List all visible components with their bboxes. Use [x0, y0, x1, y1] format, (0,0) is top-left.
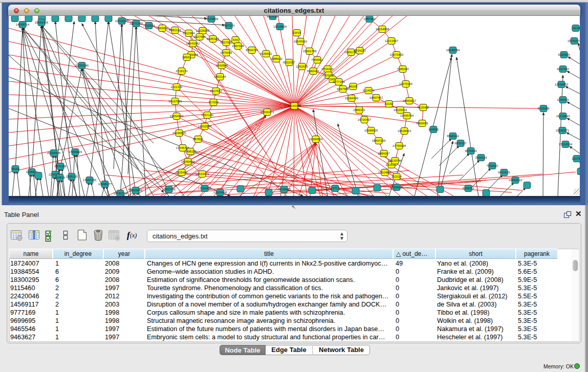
svg-text:1588520: 1588520 — [270, 57, 282, 60]
svg-text:9115400: 9115400 — [418, 106, 430, 109]
svg-text:9734023: 9734023 — [354, 49, 366, 52]
svg-text:1262615: 1262615 — [296, 65, 308, 68]
svg-text:7357274: 7357274 — [223, 24, 235, 27]
svg-text:3124574: 3124574 — [362, 89, 375, 92]
svg-text:3267130: 3267130 — [201, 114, 213, 117]
svg-text:9327502: 9327502 — [220, 41, 232, 44]
svg-text:9227343: 9227343 — [557, 68, 569, 71]
svg-text:13717: 13717 — [331, 187, 340, 190]
svg-text:17016504: 17016504 — [559, 143, 573, 146]
svg-text:2986372: 2986372 — [353, 108, 365, 112]
svg-text:8471676: 8471676 — [498, 171, 510, 174]
svg-text:(x): (x) — [130, 232, 137, 239]
svg-text:14353594: 14353594 — [198, 125, 212, 128]
svg-text:16782759: 16782759 — [114, 192, 127, 195]
svg-text:6899695: 6899695 — [416, 122, 428, 125]
svg-text:16640910: 16640910 — [294, 40, 308, 43]
svg-text:98961: 98961 — [183, 56, 191, 59]
svg-text:8938914: 8938914 — [447, 135, 459, 138]
svg-text:9734023: 9734023 — [321, 68, 334, 71]
svg-text:12975115: 12975115 — [399, 82, 413, 85]
svg-text:16543382: 16543382 — [186, 42, 200, 45]
svg-text:2984067: 2984067 — [378, 152, 390, 155]
svg-text:12093852: 12093852 — [555, 83, 569, 86]
svg-text:14055714: 14055714 — [16, 23, 30, 26]
svg-text:9245012: 9245012 — [462, 187, 474, 190]
svg-text:20691406: 20691406 — [35, 21, 49, 24]
svg-text:9674444: 9674444 — [465, 149, 477, 152]
svg-text:12213967: 12213967 — [385, 39, 399, 42]
svg-text:7663822: 7663822 — [156, 27, 168, 30]
svg-text:12923468: 12923468 — [213, 191, 227, 194]
svg-text:15300273: 15300273 — [260, 111, 274, 114]
svg-text:17240315: 17240315 — [288, 104, 301, 107]
svg-text:16099484: 16099484 — [181, 160, 195, 163]
svg-text:16210643: 16210643 — [556, 115, 570, 118]
svg-text:19654933: 19654933 — [170, 115, 184, 118]
svg-text:62160: 62160 — [385, 102, 394, 105]
svg-text:18807249: 18807249 — [372, 139, 386, 142]
svg-text:16107553: 16107553 — [168, 100, 182, 103]
svg-text:17756928: 17756928 — [393, 144, 406, 147]
svg-text:9327508: 9327508 — [193, 35, 206, 38]
svg-text:16463627: 16463627 — [403, 99, 417, 102]
svg-text:6879197: 6879197 — [454, 142, 467, 145]
svg-text:1498222: 1498222 — [184, 150, 197, 153]
svg-text:15751074: 15751074 — [568, 39, 580, 42]
svg-text:1244415: 1244415 — [557, 98, 569, 101]
svg-text:19545923: 19545923 — [398, 129, 411, 133]
svg-text:3875645: 3875645 — [220, 51, 232, 54]
svg-text:8322037: 8322037 — [283, 61, 295, 64]
svg-text:19857791: 19857791 — [162, 188, 176, 191]
svg-text:8427552: 8427552 — [210, 90, 222, 93]
svg-text:252214: 252214 — [391, 175, 402, 178]
svg-text:2967608: 2967608 — [232, 45, 244, 48]
svg-text:2718170: 2718170 — [176, 70, 188, 73]
svg-text:10025433: 10025433 — [394, 108, 407, 112]
svg-text:13226058: 13226058 — [196, 29, 210, 32]
svg-text:20206535: 20206535 — [47, 151, 61, 155]
svg-text:114519: 114519 — [55, 176, 65, 179]
svg-text:16120746: 16120746 — [388, 159, 402, 162]
svg-text:17164465: 17164465 — [198, 187, 212, 190]
svg-text:17359924: 17359924 — [69, 150, 82, 154]
svg-text:1221331: 1221331 — [170, 85, 183, 89]
svg-text:8813054: 8813054 — [267, 16, 279, 18]
svg-text:8912954: 8912954 — [183, 32, 195, 35]
svg-text:7955812: 7955812 — [311, 58, 323, 61]
svg-text:16033809: 16033809 — [205, 17, 219, 20]
svg-text:10688609: 10688609 — [364, 129, 378, 132]
svg-text:126753: 126753 — [572, 157, 580, 160]
svg-text:12923468: 12923468 — [129, 189, 143, 192]
svg-text:6497568: 6497568 — [337, 87, 349, 91]
svg-text:15720407: 15720407 — [358, 118, 372, 121]
svg-text:10807457: 10807457 — [369, 96, 383, 99]
svg-text:15671355: 15671355 — [129, 22, 143, 25]
svg-text:39161: 39161 — [11, 167, 20, 170]
svg-text:8454749: 8454749 — [246, 49, 258, 52]
svg-text:19384554: 19384554 — [309, 138, 323, 141]
svg-text:16961758: 16961758 — [303, 50, 317, 53]
svg-text:9329966: 9329966 — [558, 53, 570, 56]
svg-text:13524851: 13524851 — [378, 171, 392, 174]
svg-text:9777109: 9777109 — [333, 80, 345, 83]
svg-text:20053346: 20053346 — [75, 64, 89, 67]
svg-text:8960124: 8960124 — [169, 29, 181, 32]
svg-text:13218506: 13218506 — [273, 25, 287, 28]
svg-text:164093: 164093 — [428, 128, 439, 131]
svg-text:10973493: 10973493 — [390, 53, 404, 56]
svg-text:2387682: 2387682 — [363, 17, 376, 20]
svg-text:17957265: 17957265 — [83, 179, 97, 182]
svg-text:1505135: 1505135 — [66, 175, 78, 178]
svg-text:20364436: 20364436 — [345, 97, 359, 100]
svg-text:16154808: 16154808 — [376, 28, 389, 31]
svg-text:19166825: 19166825 — [172, 132, 186, 135]
svg-text:1803144: 1803144 — [214, 75, 226, 78]
svg-text:13495754: 13495754 — [400, 114, 414, 117]
svg-text:2935114: 2935114 — [475, 156, 488, 159]
svg-text:15419: 15419 — [293, 31, 301, 34]
svg-text:17334246: 17334246 — [390, 186, 404, 189]
svg-text:10958177: 10958177 — [98, 183, 112, 186]
svg-text:7625402: 7625402 — [176, 171, 188, 174]
svg-text:8186323: 8186323 — [207, 37, 219, 40]
